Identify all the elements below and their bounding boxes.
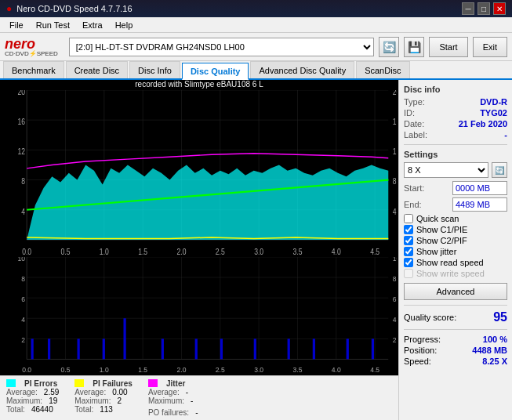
refresh-icon-btn[interactable]: 🔄	[379, 37, 399, 57]
svg-rect-86	[347, 339, 349, 359]
disc-info-title: Disc info	[404, 85, 507, 94]
svg-text:4: 4	[393, 316, 397, 324]
quick-scan-check[interactable]	[404, 214, 413, 223]
chart-title: recorded with Slimtype eBAU108 6 L	[0, 80, 398, 89]
svg-text:0.5: 0.5	[61, 365, 71, 374]
minimize-button[interactable]: ─	[462, 2, 474, 15]
nero-sub-logo: CD·DVD⚡SPEED	[5, 51, 58, 57]
title-bar-controls[interactable]: ─ □ ✕	[462, 2, 506, 15]
maximize-button[interactable]: □	[478, 2, 490, 15]
svg-text:4: 4	[393, 206, 397, 216]
close-button[interactable]: ✕	[493, 2, 506, 15]
title-bar-left: ● Nero CD-DVD Speed 4.7.7.16	[6, 3, 133, 14]
svg-text:0.5: 0.5	[61, 247, 71, 257]
svg-text:4: 4	[21, 206, 25, 216]
svg-text:12: 12	[17, 147, 25, 157]
tab-scan-disc[interactable]: ScanDisc	[356, 61, 409, 78]
start-input[interactable]	[452, 181, 507, 195]
bottom-chart: 10 8 6 4 2 10 8 6 4 2 0.0 0.5 1.0 1.5 2.…	[2, 257, 397, 374]
svg-text:1.5: 1.5	[138, 365, 147, 374]
show-jitter-row: Show jitter	[404, 247, 507, 256]
speed-label: Speed:	[404, 357, 431, 366]
end-label: End:	[404, 200, 422, 209]
progress-section: Progress: 100 % Position: 4488 MB Speed:…	[404, 335, 507, 366]
position-val: 4488 MB	[472, 346, 507, 355]
speed-select[interactable]: 8 X	[404, 162, 488, 178]
top-chart: 20 16 12 8 4 20 16 12 8 4 0.0 0.5 1.0 1.…	[2, 90, 397, 257]
position-label: Position:	[404, 346, 437, 355]
end-input[interactable]	[452, 197, 507, 212]
pi-errors-label: PI Errors	[24, 379, 57, 388]
svg-rect-78	[103, 339, 105, 359]
jitter-label: Jitter	[166, 379, 185, 388]
disc-type-label: Type:	[404, 97, 425, 107]
svg-text:4.0: 4.0	[332, 365, 341, 374]
quality-score-val: 95	[493, 310, 507, 324]
disc-id-label: ID:	[404, 108, 415, 118]
tab-disc-info[interactable]: Disc Info	[129, 61, 180, 78]
tab-benchmark[interactable]: Benchmark	[3, 61, 64, 78]
svg-text:8: 8	[21, 176, 25, 186]
show-read-speed-check[interactable]	[404, 258, 413, 267]
show-c2pif-check[interactable]	[404, 236, 413, 245]
menu-file[interactable]: File	[3, 20, 30, 31]
divider-1	[404, 144, 507, 145]
svg-text:6: 6	[21, 295, 25, 304]
svg-text:2.0: 2.0	[177, 247, 187, 257]
tab-create-disc[interactable]: Create Disc	[66, 61, 128, 78]
pi-errors-total: 46440	[31, 405, 53, 414]
speed-row: 8 X 🔄	[404, 162, 507, 178]
drive-select[interactable]: [2:0] HL-DT-ST DVDRAM GH24NSD0 LH00	[69, 38, 375, 56]
show-c1pie-check[interactable]	[404, 225, 413, 234]
jitter-stats: Jitter Average: - Maximum: - PO failures…	[148, 379, 198, 417]
show-write-speed-check[interactable]	[404, 269, 413, 278]
svg-text:3.0: 3.0	[254, 247, 263, 257]
show-read-speed-row: Show read speed	[404, 258, 507, 267]
top-chart-svg: 20 16 12 8 4 20 16 12 8 4 0.0 0.5 1.0 1.…	[2, 90, 397, 257]
pi-failures-avg: 0.00	[112, 388, 127, 396]
svg-text:20: 20	[17, 90, 25, 96]
svg-rect-76	[48, 339, 50, 359]
svg-rect-77	[78, 339, 80, 359]
settings-title: Settings	[404, 150, 507, 159]
main-content: recorded with Slimtype eBAU108 6 L	[0, 80, 512, 420]
svg-text:2.5: 2.5	[216, 365, 225, 374]
divider-3	[404, 329, 507, 330]
end-mb-row: End:	[404, 197, 507, 212]
pi-errors-avg: 2.59	[44, 388, 59, 396]
show-jitter-check[interactable]	[404, 247, 413, 256]
start-mb-row: Start:	[404, 181, 507, 195]
svg-text:0.0: 0.0	[22, 247, 31, 257]
svg-text:2.0: 2.0	[177, 365, 187, 374]
svg-text:1.0: 1.0	[100, 365, 109, 374]
advanced-button[interactable]: Advanced	[404, 283, 507, 300]
menu-run-test[interactable]: Run Test	[30, 20, 76, 31]
svg-text:8: 8	[393, 176, 397, 186]
svg-text:4.5: 4.5	[370, 247, 379, 257]
show-c1pie-row: Show C1/PIE	[404, 225, 507, 234]
svg-rect-81	[195, 339, 198, 359]
quick-scan-label: Quick scan	[416, 214, 459, 223]
stats-bar: PI Errors Average: 2.59 Maximum: 19 Tota…	[0, 375, 398, 420]
tab-advanced-disc-quality[interactable]: Advanced Disc Quality	[250, 61, 354, 78]
disc-id-val: TYG02	[480, 108, 507, 118]
start-button[interactable]: Start	[429, 37, 467, 57]
exit-button[interactable]: Exit	[473, 37, 507, 57]
tab-disc-quality[interactable]: Disc Quality	[182, 63, 249, 80]
quality-score-label: Quality score:	[404, 313, 456, 322]
menu-extra[interactable]: Extra	[76, 20, 109, 31]
chart-panel: recorded with Slimtype eBAU108 6 L	[0, 80, 398, 420]
save-icon-btn[interactable]: 💾	[404, 37, 424, 57]
po-failures-label: PO failures:	[148, 408, 189, 417]
svg-rect-75	[31, 339, 34, 359]
menu-help[interactable]: Help	[109, 20, 140, 31]
svg-rect-84	[288, 339, 290, 359]
speed-row: Speed: 8.25 X	[404, 357, 507, 366]
disc-id-row: ID: TYG02	[404, 108, 507, 118]
quality-score-row: Quality score: 95	[404, 310, 507, 324]
svg-text:8: 8	[393, 274, 397, 283]
svg-text:20: 20	[393, 90, 397, 96]
settings-refresh-icon[interactable]: 🔄	[492, 162, 507, 178]
app-icon: ●	[6, 3, 12, 14]
svg-rect-79	[123, 318, 125, 359]
